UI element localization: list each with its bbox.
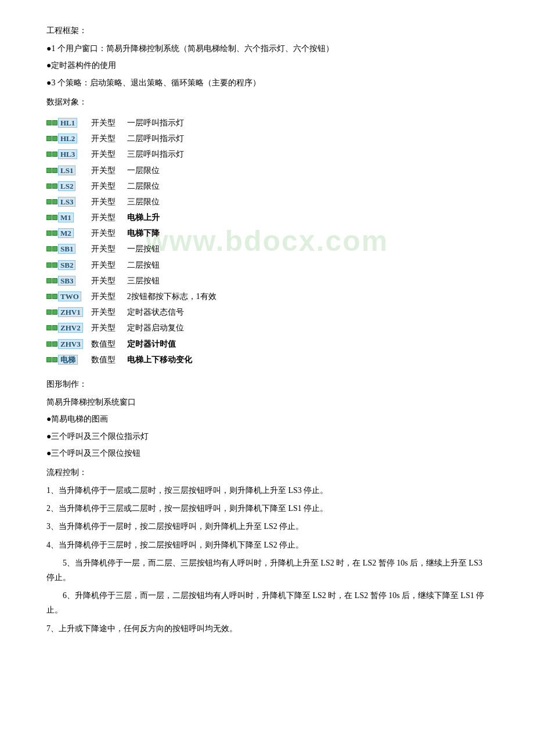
table-row: ZHV2开关型定时器启动复位 (46, 320, 225, 336)
tag-type: 开关型 (91, 304, 127, 320)
graphic-bullet-2: ●三个呼叫及三个限位指示灯 (46, 429, 488, 444)
table-row: SB2开关型二层按钮 (46, 257, 225, 273)
tag-label: LS1 (58, 165, 75, 175)
tag-desc: 定时器启动复位 (127, 320, 225, 336)
tag-desc: 电梯上升 (127, 210, 225, 225)
tag-name-cell: SB3 (46, 273, 91, 289)
bullet-1: ●1 个用户窗口：简易升降梯控制系统（简易电梯绘制、六个指示灯、六个按钮） (46, 41, 488, 56)
tag-name-cell: HL3 (46, 146, 91, 162)
tag-name-cell: LS1 (46, 163, 91, 178)
tag-name-cell: HL1 (46, 115, 91, 131)
graphic-bullet-3: ●三个呼叫及三个限位按钮 (46, 446, 488, 460)
tag-name-cell: TWO (46, 289, 91, 304)
tag-type: 开关型 (91, 289, 127, 304)
tag-desc: 定时器计时值 (127, 336, 225, 352)
graphic-production-section: 图形制作： 简易升降梯控制系统窗口 ●简易电梯的图画 ●三个呼叫及三个限位指示灯… (46, 377, 488, 460)
tag-type: 开关型 (91, 163, 127, 178)
bullet-2: ●定时器构件的使用 (46, 58, 488, 73)
tag-label: HL2 (58, 134, 77, 143)
tag-name-cell: ZHV1 (46, 304, 91, 320)
tag-desc: 电梯下降 (127, 225, 225, 241)
tag-name-cell: ZHV3 (46, 336, 91, 352)
tag-desc: 一层限位 (127, 163, 225, 178)
tag-label: M1 (58, 213, 74, 222)
table-row: SB3开关型三层按钮 (46, 273, 225, 289)
tag-type: 开关型 (91, 131, 127, 146)
table-row: LS3开关型三层限位 (46, 194, 225, 210)
table-row: HL3开关型三层呼叫指示灯 (46, 146, 225, 162)
table-row: M1开关型电梯上升 (46, 210, 225, 225)
tag-desc: 定时器状态信号 (127, 304, 225, 320)
table-row: HL2开关型二层呼叫指示灯 (46, 131, 225, 146)
tag-desc: 2按钮都按下标志，1有效 (127, 289, 225, 304)
table-row: M2开关型电梯下降 (46, 225, 225, 241)
tag-label: HL1 (58, 118, 77, 128)
tag-type: 开关型 (91, 241, 127, 257)
tag-type: 数值型 (91, 352, 127, 368)
tag-label: M2 (58, 228, 74, 238)
tag-name-cell: M2 (46, 225, 91, 241)
tag-name-cell: M1 (46, 210, 91, 225)
bullet-3: ●3 个策略：启动策略、退出策略、循环策略（主要的程序） (46, 75, 488, 90)
table-row: ZHV1开关型定时器状态信号 (46, 304, 225, 320)
tag-type: 开关型 (91, 178, 127, 194)
tag-type: 开关型 (91, 210, 127, 225)
flow-item-6: 6、升降机停于三层，而一层，二层按钮均有人呼叫时，升降机下降至 LS2 时，在 … (46, 588, 488, 617)
tag-type: 开关型 (91, 225, 127, 241)
tag-label: LS2 (58, 181, 75, 191)
tag-name-cell: SB1 (46, 241, 91, 257)
tag-type: 数值型 (91, 336, 127, 352)
tag-type: 开关型 (91, 273, 127, 289)
tag-label: SB2 (58, 260, 75, 270)
table-row: TWO开关型2按钮都按下标志，1有效 (46, 289, 225, 304)
tag-type: 开关型 (91, 257, 127, 273)
tag-type: 开关型 (91, 146, 127, 162)
tag-desc: 二层限位 (127, 178, 225, 194)
tag-name-cell: SB2 (46, 257, 91, 273)
tag-desc: 一层按钮 (127, 241, 225, 257)
tag-name-cell: 电梯 (46, 352, 91, 368)
flow-item-1: 1、当升降机停于一层或二层时，按三层按钮呼叫，则升降机上升至 LS3 停止。 (46, 483, 488, 498)
tag-name-cell: LS3 (46, 194, 91, 210)
data-objects-table: HL1开关型一层呼叫指示灯HL2开关型二层呼叫指示灯HL3开关型三层呼叫指示灯L… (46, 115, 225, 368)
flow-item-2: 2、当升降机停于三层或二层时，按一层按钮呼叫，则升降机下降至 LS1 停止。 (46, 501, 488, 516)
tag-label: HL3 (58, 149, 77, 159)
engineering-framework-section: 工程框架： ●1 个用户窗口：简易升降梯控制系统（简易电梯绘制、六个指示灯、六个… (46, 23, 488, 90)
table-row: SB1开关型一层按钮 (46, 241, 225, 257)
tag-label: ZHV1 (58, 307, 83, 317)
tag-label: LS3 (58, 197, 75, 207)
graphic-subtitle: 简易升降梯控制系统窗口 (46, 395, 488, 409)
tag-name-cell: HL2 (46, 131, 91, 146)
tag-desc: 三层按钮 (127, 273, 225, 289)
table-row: LS1开关型一层限位 (46, 163, 225, 178)
tag-desc: 电梯上下移动变化 (127, 352, 225, 368)
tag-name-cell: LS2 (46, 178, 91, 194)
tag-label: SB1 (58, 244, 75, 254)
tag-label: 电梯 (58, 355, 78, 365)
tag-desc: 二层按钮 (127, 257, 225, 273)
flow-item-7: 7、上升或下降途中，任何反方向的按钮呼叫均无效。 (46, 621, 488, 636)
tag-type: 开关型 (91, 320, 127, 336)
engineering-framework-title: 工程框架： (46, 23, 488, 38)
data-objects-title: 数据对象： (46, 95, 488, 109)
table-row: LS2开关型二层限位 (46, 178, 225, 194)
tag-desc: 一层呼叫指示灯 (127, 115, 225, 131)
flow-control-section: 流程控制： 1、当升降机停于一层或二层时，按三层按钮呼叫，则升降机上升至 LS3… (46, 465, 488, 636)
flow-control-title: 流程控制： (46, 465, 488, 480)
tag-label: TWO (58, 291, 81, 301)
table-row: ZHV3数值型定时器计时值 (46, 336, 225, 352)
flow-item-5: 5、当升降机停于一层，而二层、三层按钮均有人呼叫时，升降机上升至 LS2 时，在… (46, 556, 488, 585)
tag-desc: 三层呼叫指示灯 (127, 146, 225, 162)
flow-item-4: 4、当升降机停于三层时，按二层按钮呼叫，则升降机下降至 LS2 停止。 (46, 538, 488, 552)
tag-type: 开关型 (91, 115, 127, 131)
tag-label: SB3 (58, 276, 75, 286)
tag-label: ZHV3 (58, 339, 83, 349)
tag-desc: 二层呼叫指示灯 (127, 131, 225, 146)
tag-label: ZHV2 (58, 323, 83, 333)
graphic-production-title: 图形制作： (46, 377, 488, 391)
table-row: 电梯数值型电梯上下移动变化 (46, 352, 225, 368)
tag-desc: 三层限位 (127, 194, 225, 210)
tag-name-cell: ZHV2 (46, 320, 91, 336)
table-row: HL1开关型一层呼叫指示灯 (46, 115, 225, 131)
data-objects-section: 数据对象： www.bdocx.com HL1开关型一层呼叫指示灯HL2开关型二… (46, 95, 488, 368)
